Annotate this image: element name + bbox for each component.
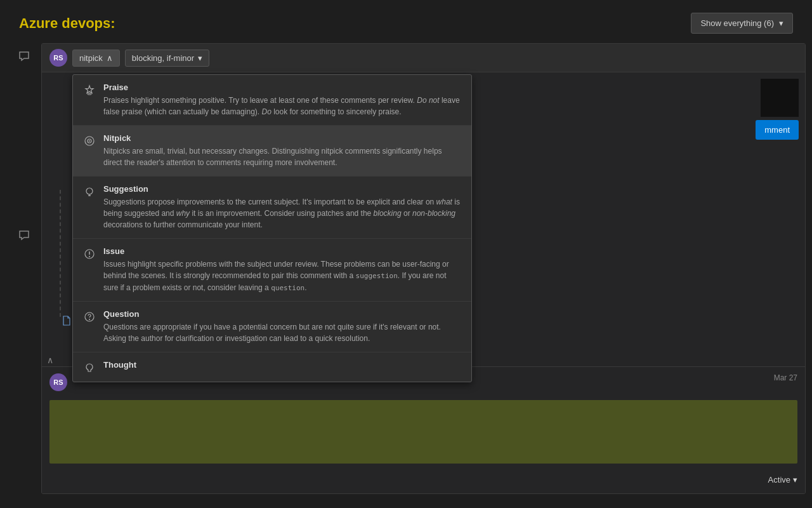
- item-title-praise: Praise: [103, 83, 461, 92]
- app-title: Azure devops:: [19, 15, 115, 32]
- file-icon[interactable]: [62, 316, 71, 328]
- nitpick-dropdown-button[interactable]: nitpick ∧: [72, 50, 120, 67]
- code-block-decoration: [49, 400, 797, 464]
- collapse-icon[interactable]: ∧: [47, 355, 53, 365]
- dropdown-item-question[interactable]: QuestionQuestions are appropriate if you…: [73, 302, 471, 352]
- dropdown-item-praise[interactable]: PraisePraises highlight something positi…: [73, 75, 471, 126]
- comment-toolbar: RS nitpick ∧ blocking, if-minor ▾: [42, 44, 805, 72]
- item-title-issue: Issue: [103, 246, 461, 256]
- show-everything-label: Show everything (6): [700, 18, 774, 28]
- chevron-down-icon: ▾: [198, 53, 202, 63]
- comment-button-label: mment: [764, 125, 790, 135]
- item-content-issue: IssueIssues highlight specific problems …: [103, 246, 461, 293]
- svg-point-5: [86, 188, 93, 194]
- svg-rect-0: [88, 93, 91, 95]
- item-title-nitpick: Nitpick: [103, 133, 461, 143]
- blocking-dropdown-button[interactable]: blocking, if-minor ▾: [125, 50, 209, 67]
- svg-point-12: [89, 319, 90, 320]
- item-desc-question: Questions are appropriate if you have a …: [103, 321, 461, 344]
- item-content-nitpick: NitpickNitpicks are small, trivial, but …: [103, 133, 461, 168]
- item-desc-nitpick: Nitpicks are small, trivial, but necessa…: [103, 145, 461, 168]
- date-text: Mar 27: [774, 373, 797, 382]
- question-icon: [83, 311, 96, 323]
- item-desc-suggestion: Suggestions propose improvements to the …: [103, 196, 461, 231]
- black-box-decoration: [761, 79, 799, 117]
- trophy-icon: [83, 84, 96, 97]
- item-content-suggestion: SuggestionSuggestions propose improvemen…: [103, 184, 461, 231]
- chevron-up-icon: ∧: [107, 53, 113, 63]
- type-dropdown-menu: PraisePraises highlight something positi…: [72, 74, 472, 382]
- dropdown-item-nitpick[interactable]: NitpickNitpicks are small, trivial, but …: [73, 126, 471, 177]
- show-everything-button[interactable]: Show everything (6) ▾: [691, 13, 793, 34]
- show-everything-chevron: ▾: [779, 18, 783, 28]
- dashed-line: [60, 190, 61, 317]
- second-avatar: RS: [49, 373, 67, 391]
- item-title-suggestion: Suggestion: [103, 184, 461, 194]
- header: Azure devops: Show everything (6) ▾: [0, 0, 812, 40]
- second-comment-section: RS Mar 27 Active ▾: [42, 366, 805, 493]
- comment-button[interactable]: mment: [756, 120, 799, 140]
- thought-icon: [83, 361, 96, 374]
- nitpick-label: nitpick: [79, 53, 103, 63]
- target-icon: [83, 135, 96, 147]
- avatar: RS: [49, 49, 67, 67]
- dropdown-item-issue[interactable]: IssueIssues highlight specific problems …: [73, 239, 471, 302]
- svg-point-10: [89, 256, 90, 257]
- sidebar-icons: [0, 40, 41, 497]
- item-title-question: Question: [103, 309, 461, 319]
- sidebar-item-comment-2[interactable]: [14, 225, 34, 246]
- active-chevron: ▾: [793, 475, 797, 485]
- item-desc-praise: Praises highlight something positive. Tr…: [103, 95, 461, 117]
- item-desc-issue: Issues highlight specific problems with …: [103, 258, 461, 293]
- item-content-praise: PraisePraises highlight something positi…: [103, 83, 461, 117]
- bulb-icon: [83, 185, 96, 198]
- main-content: RS nitpick ∧ blocking, if-minor ▾ Praise…: [0, 40, 812, 497]
- dropdown-item-thought[interactable]: Thought: [73, 352, 471, 382]
- item-content-thought: Thought: [103, 360, 136, 372]
- item-title-thought: Thought: [103, 360, 136, 370]
- active-label: Active: [768, 475, 790, 485]
- active-status[interactable]: Active ▾: [768, 475, 797, 485]
- review-area: RS nitpick ∧ blocking, if-minor ▾ Praise…: [41, 43, 806, 494]
- bug-icon: [83, 248, 96, 260]
- blocking-label: blocking, if-minor: [132, 53, 194, 63]
- dropdown-item-suggestion[interactable]: SuggestionSuggestions propose improvemen…: [73, 177, 471, 239]
- sidebar-item-comment[interactable]: [14, 46, 34, 67]
- svg-point-4: [89, 140, 90, 142]
- item-content-question: QuestionQuestions are appropriate if you…: [103, 309, 461, 344]
